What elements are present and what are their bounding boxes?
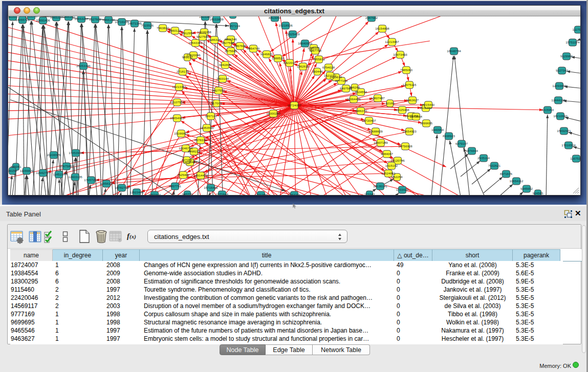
svg-text:1065327: 1065327: [50, 16, 63, 19]
svg-text:12942757: 12942757: [36, 171, 50, 174]
svg-text:9827506: 9827506: [197, 35, 209, 38]
svg-text:7357224: 7357224: [228, 24, 241, 28]
svg-text:10688609: 10688609: [368, 129, 383, 133]
svg-text:1201356: 1201356: [255, 193, 268, 195]
svg-text:1621072: 1621072: [324, 74, 337, 77]
svg-text:16154838: 16154838: [375, 27, 389, 30]
svg-text:3675685: 3675685: [225, 49, 237, 53]
svg-text:12093873: 12093873: [552, 84, 567, 87]
svg-text:10107553: 10107553: [170, 100, 184, 104]
svg-text:1640954: 1640954: [431, 128, 444, 132]
svg-text:9115460: 9115460: [420, 106, 432, 110]
svg-text:1733426: 1733426: [396, 188, 409, 191]
svg-text:19756928: 19756928: [398, 144, 412, 148]
svg-text:10807487: 10807487: [371, 96, 385, 100]
svg-text:7955812: 7955812: [313, 57, 325, 61]
svg-text:20053346: 20053346: [76, 64, 91, 68]
svg-text:12213967: 12213967: [385, 40, 399, 43]
svg-text:15136141: 15136141: [373, 184, 387, 188]
svg-text:18300295: 18300295: [266, 112, 280, 115]
svg-text:8215953: 8215953: [541, 108, 554, 112]
svg-text:9245652: 9245652: [520, 187, 533, 190]
svg-text:9463627: 9463627: [406, 98, 419, 102]
svg-text:9457791: 9457791: [169, 184, 182, 188]
svg-text:13226058: 13226058: [197, 30, 211, 34]
svg-text:1649564: 1649564: [410, 115, 423, 118]
svg-text:7485063: 7485063: [400, 68, 413, 72]
svg-text:924565: 924565: [533, 191, 543, 195]
svg-text:10025438: 10025438: [395, 108, 409, 112]
svg-text:16782759: 16782759: [115, 186, 129, 189]
svg-text:11325419: 11325419: [286, 32, 300, 36]
svg-text:917004: 917004: [211, 101, 222, 105]
svg-text:7957758: 7957758: [309, 49, 322, 52]
svg-text:19654923: 19654923: [402, 129, 417, 133]
svg-text:7986372: 7986372: [355, 109, 367, 113]
svg-text:127355: 127355: [182, 158, 192, 162]
svg-text:12444195: 12444195: [551, 98, 565, 102]
svg-text:2935114: 2935114: [477, 156, 490, 160]
svg-text:10975867: 10975867: [59, 164, 74, 168]
svg-text:5498222: 5498222: [188, 149, 201, 153]
svg-text:1117544: 1117544: [572, 28, 580, 31]
svg-text:14055721: 14055721: [15, 18, 30, 21]
svg-text:17957213: 17957213: [84, 178, 98, 182]
svg-text:8678332: 8678332: [194, 138, 207, 142]
svg-text:8454749: 8454749: [247, 47, 260, 50]
svg-text:6466160: 6466160: [62, 16, 75, 18]
svg-text:8938923: 8938923: [443, 134, 455, 138]
svg-text:12903135: 12903135: [68, 175, 82, 179]
svg-text:16543362: 16543362: [188, 41, 203, 45]
svg-text:19218506: 19218506: [278, 24, 293, 27]
svg-text:6466160: 6466160: [102, 18, 115, 21]
svg-text:16914479: 16914479: [193, 173, 208, 177]
svg-text:3267110: 3267110: [205, 114, 217, 118]
svg-text:945779: 945779: [182, 192, 193, 195]
svg-text:15751074: 15751074: [565, 40, 580, 44]
svg-text:8912954: 8912954: [182, 31, 194, 35]
svg-text:7515526: 7515526: [141, 24, 154, 27]
svg-text:1145194: 1145194: [53, 172, 65, 176]
svg-text:16671385: 16671385: [127, 21, 142, 25]
svg-text:9827508: 9827508: [222, 41, 234, 45]
svg-text:8427552: 8427552: [212, 89, 225, 92]
svg-text:989612: 989612: [182, 55, 193, 59]
svg-text:10958107: 10958107: [99, 182, 114, 185]
svg-text:1571648: 1571648: [216, 192, 229, 195]
svg-text:11156829: 11156829: [20, 169, 34, 172]
svg-text:835061: 835061: [11, 165, 21, 168]
svg-text:3324554: 3324554: [355, 90, 367, 94]
svg-text:2803144: 2803144: [216, 77, 229, 80]
svg-text:1588520: 1588520: [272, 56, 285, 60]
svg-text:8660124: 8660124: [169, 29, 182, 32]
svg-text:15692971: 15692971: [557, 129, 571, 133]
svg-text:17353934: 17353934: [69, 151, 83, 155]
svg-text:39159: 39159: [8, 169, 17, 172]
svg-text:10719155: 10719155: [115, 20, 129, 24]
svg-text:2718176: 2718176: [177, 70, 189, 73]
svg-text:9777169: 9777169: [335, 79, 348, 82]
svg-text:2069146: 2069146: [25, 16, 38, 18]
svg-text:2867608: 2867608: [234, 44, 247, 48]
svg-text:7364201: 7364201: [288, 193, 301, 195]
svg-text:15720407: 15720407: [362, 119, 376, 122]
svg-text:1615192: 1615192: [385, 164, 398, 167]
svg-text:6794028: 6794028: [322, 65, 335, 69]
svg-text:10654112: 10654112: [509, 179, 524, 183]
svg-text:9215440: 9215440: [422, 103, 435, 106]
svg-text:19166827: 19166827: [174, 132, 188, 135]
svg-text:6879197: 6879197: [455, 142, 468, 145]
svg-text:6497568: 6497568: [340, 86, 353, 90]
svg-text:1292344: 1292344: [148, 193, 161, 195]
svg-text:8471676: 8471676: [500, 172, 513, 176]
svg-text:2087682: 2087682: [365, 16, 378, 19]
svg-text:7625402: 7625402: [177, 173, 190, 177]
svg-text:16648784: 16648784: [447, 49, 461, 53]
svg-text:10653267: 10653267: [74, 17, 89, 20]
svg-text:7663822: 7663822: [157, 26, 169, 30]
svg-text:20364436: 20364436: [346, 97, 361, 101]
svg-text:13524851: 13524851: [381, 171, 396, 175]
svg-text:20206576: 20206576: [47, 153, 61, 157]
svg-text:16640910: 16640910: [298, 41, 312, 45]
svg-text:18907249: 18907249: [374, 141, 388, 144]
